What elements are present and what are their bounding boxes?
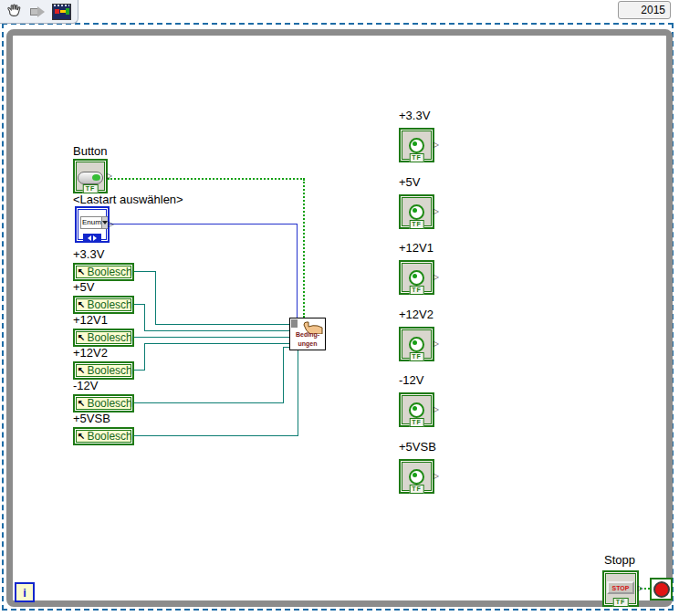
- local-variable-arrow-icon: ↖: [78, 300, 85, 309]
- pan-hand-icon[interactable]: [4, 3, 24, 21]
- indicator-label: -12V: [399, 373, 423, 387]
- wire-12v1[interactable]: [134, 337, 290, 338]
- wire-12v2[interactable]: [144, 343, 290, 344]
- output-arrow-icon: ▷: [434, 473, 439, 480]
- local-variable-boolesch[interactable]: ↖ Boolesch: [73, 296, 134, 314]
- round-led-icon: [409, 204, 424, 220]
- local-variable-name: Boolesch: [87, 332, 131, 343]
- wire-enum[interactable]: [110, 224, 298, 224]
- dropdown-button[interactable]: [101, 217, 108, 228]
- local-variable-boolesch[interactable]: ↖ Boolesch: [73, 329, 134, 347]
- indicator-label: +12V2: [399, 308, 434, 321]
- stop-button-text: STOP: [612, 585, 630, 591]
- output-arrow-icon: ▷: [107, 172, 112, 180]
- wire-5v[interactable]: [144, 330, 290, 331]
- led-indicator[interactable]: TF ▷: [399, 128, 434, 162]
- button-terminal[interactable]: TF ▷: [73, 159, 108, 193]
- loop-iteration-terminal[interactable]: i: [15, 582, 35, 602]
- wire-3v3[interactable]: [155, 271, 156, 324]
- block-diagram-canvas: Button TF ▷ <Lastart auswählen> Enum ▷ +…: [0, 0, 679, 616]
- round-led-icon: [409, 138, 424, 153]
- stop-button-terminal[interactable]: STOP TF ▷: [602, 570, 639, 607]
- iteration-label: i: [23, 586, 26, 600]
- version-label: 2015: [641, 4, 665, 16]
- wire-12v2[interactable]: [134, 370, 145, 371]
- round-led-icon: [409, 337, 424, 352]
- output-arrow-icon: ▷: [434, 141, 439, 149]
- local-label: +5VSB: [73, 412, 110, 425]
- led-indicator[interactable]: TF ▷: [399, 459, 434, 494]
- local-variable-name: Boolesch: [87, 266, 131, 277]
- local-label: -12V: [73, 379, 98, 392]
- local-variable-arrow-icon: ↖: [78, 267, 85, 277]
- loop-condition-terminal[interactable]: [650, 578, 673, 600]
- wire-5vsb[interactable]: [298, 350, 298, 435]
- enum-terminal[interactable]: Enum ▷: [75, 206, 110, 243]
- indicator-label: +12V1: [399, 241, 434, 255]
- stop-button[interactable]: STOP: [607, 581, 634, 594]
- local-variable-boolesch[interactable]: ↖ Boolesch: [73, 361, 134, 380]
- arrow-tool-icon[interactable]: [27, 3, 47, 21]
- tf-terminal-label: TF: [613, 598, 629, 607]
- tf-terminal-label: TF: [409, 352, 424, 361]
- wire-3v3[interactable]: [134, 271, 156, 272]
- tf-terminal-label: TF: [409, 153, 424, 162]
- stop-label: Stopp: [604, 553, 635, 567]
- local-label: +12V1: [73, 313, 108, 327]
- local-variable-arrow-icon: ↖: [78, 432, 85, 441]
- local-variable-name: Boolesch: [87, 431, 131, 442]
- led-indicator[interactable]: TF ▷: [399, 194, 434, 229]
- output-arrow-icon: ▷: [638, 585, 643, 592]
- tools-palette: [0, 0, 78, 24]
- output-arrow-icon: ▷: [434, 406, 439, 413]
- local-variable-arrow-icon: ↖: [78, 366, 85, 375]
- wire-minus12v[interactable]: [134, 402, 284, 403]
- local-label: +12V2: [73, 346, 108, 360]
- wire-12v2[interactable]: [144, 343, 145, 370]
- wire-minus12v[interactable]: [283, 347, 284, 402]
- increment-decrement-icon: [83, 234, 101, 243]
- round-led-icon: [409, 402, 424, 418]
- indicator-label: +5V: [399, 175, 421, 189]
- round-led-icon: [409, 469, 424, 485]
- subvi-text: ungen: [290, 340, 325, 348]
- indicator-label: +3.3V: [399, 109, 430, 122]
- stop-sign-icon: [653, 581, 670, 598]
- led-indicator[interactable]: TF ▷: [399, 260, 434, 295]
- tf-terminal-label: TF: [409, 220, 424, 229]
- local-variable-arrow-icon: ↖: [78, 399, 85, 408]
- output-arrow-icon: ▷: [434, 208, 439, 215]
- local-variable-boolesch[interactable]: ↖ Boolesch: [73, 427, 134, 445]
- local-variable-name: Boolesch: [87, 299, 131, 310]
- round-led-icon: [409, 270, 424, 286]
- local-variable-arrow-icon: ↖: [78, 333, 85, 342]
- tf-terminal-label: TF: [409, 418, 424, 427]
- local-variable-name: Boolesch: [87, 365, 131, 376]
- enum-label: <Lastart auswählen>: [73, 193, 183, 206]
- enum-value: Enum: [81, 217, 101, 228]
- wire-button[interactable]: [303, 179, 305, 318]
- wire-enum[interactable]: [297, 224, 298, 318]
- vi-film-icon[interactable]: [51, 3, 71, 21]
- slide-switch-icon: [78, 172, 103, 184]
- wire-3v3[interactable]: [155, 324, 290, 325]
- subvi-corner-block: [291, 319, 298, 328]
- enum-field: Enum: [80, 216, 108, 229]
- output-arrow-icon: ▷: [434, 274, 439, 281]
- local-variable-boolesch[interactable]: ↖ Boolesch: [73, 394, 134, 412]
- output-arrow-icon: ▷: [109, 221, 114, 228]
- tf-terminal-label: TF: [409, 286, 424, 295]
- vi-version-tab: 2015: [618, 1, 671, 19]
- wire-button[interactable]: [108, 178, 305, 180]
- tf-terminal-label: TF: [409, 485, 424, 494]
- button-label: Button: [73, 144, 108, 158]
- dropdown-arrow-icon: [102, 221, 108, 224]
- led-indicator[interactable]: TF ▷: [399, 392, 434, 427]
- wire-5v[interactable]: [144, 304, 145, 330]
- local-variable-boolesch[interactable]: ↖ Boolesch: [73, 263, 134, 281]
- subvi-bedingungen[interactable]: Beding- ungen: [289, 318, 326, 350]
- led-indicator[interactable]: TF ▷: [399, 327, 434, 361]
- subvi-text: Beding-: [290, 331, 325, 339]
- wire-5vsb[interactable]: [134, 435, 298, 436]
- local-label: +5V: [73, 280, 95, 294]
